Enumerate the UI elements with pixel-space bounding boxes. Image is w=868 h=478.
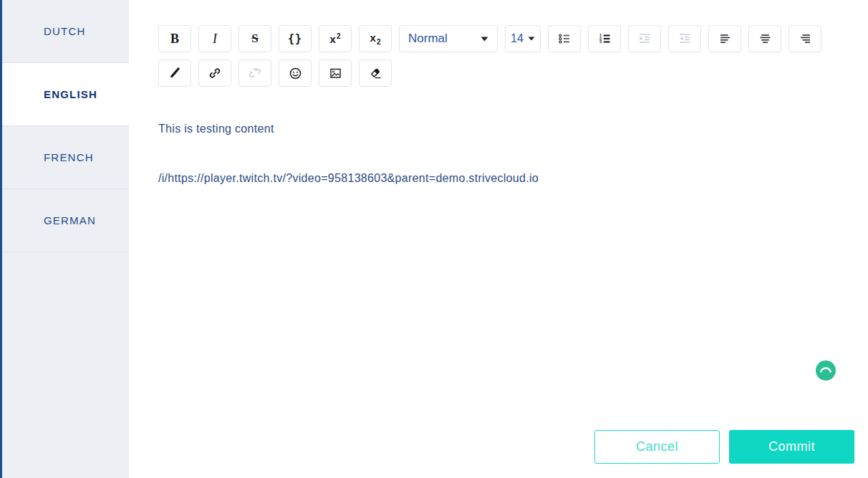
toolbar-row-2	[158, 59, 821, 87]
link-button[interactable]	[198, 59, 231, 87]
sidebar-filler	[2, 252, 129, 478]
eraser-icon	[369, 67, 382, 80]
unlink-button[interactable]	[238, 59, 271, 87]
indent-increase-button[interactable]	[628, 25, 661, 52]
align-right-button[interactable]	[789, 25, 821, 52]
sidebar-tab-french[interactable]: FRENCH	[2, 126, 129, 189]
sidebar-tab-german[interactable]: GERMAN	[2, 189, 129, 252]
caret-down-icon	[481, 37, 488, 42]
emoji-smiley-icon	[289, 67, 302, 80]
image-icon	[329, 67, 342, 80]
italic-glyph: I	[213, 32, 217, 47]
text-color-pen-button[interactable]	[158, 59, 191, 87]
commit-button[interactable]: Commit	[729, 430, 854, 464]
bold-glyph: B	[170, 32, 179, 47]
sidebar-tab-english[interactable]: ENGLISH	[2, 63, 129, 126]
unlink-icon	[249, 67, 261, 80]
editor-toolbar: B I S {} x2 x2 Normal	[158, 25, 821, 87]
superscript-button[interactable]: x2	[319, 25, 352, 52]
editor-line-3	[158, 153, 847, 170]
svg-text:3: 3	[599, 39, 602, 44]
tab-label-dutch: DUTCH	[44, 25, 86, 37]
indent-increase-icon	[638, 32, 651, 45]
tab-label-french: FRENCH	[44, 151, 94, 163]
tab-label-german: GERMAN	[44, 214, 96, 226]
format-dropdown-value: Normal	[408, 32, 448, 46]
align-center-icon	[758, 32, 772, 45]
color-pen-icon	[168, 67, 181, 80]
subscript-button[interactable]: x2	[359, 25, 392, 52]
editor-line-4: /i/https://player.twitch.tv/?video=95813…	[158, 170, 847, 186]
ordered-list-icon: 1 2 3	[598, 32, 611, 45]
link-icon	[208, 67, 221, 80]
emoji-button[interactable]	[279, 59, 312, 87]
code-glyph: {}	[288, 32, 302, 45]
indent-decrease-button[interactable]	[668, 25, 701, 52]
editor-panel: B I S {} x2 x2 Normal	[129, 0, 868, 478]
editor-line-1: This is testing content	[158, 120, 847, 137]
align-left-button[interactable]	[708, 25, 741, 52]
subscript-glyph: x2	[370, 32, 381, 46]
caret-down-icon	[528, 37, 535, 41]
font-size-dropdown[interactable]: 14	[505, 25, 541, 52]
italic-button[interactable]: I	[198, 25, 231, 52]
align-left-icon	[718, 32, 732, 45]
format-dropdown[interactable]: Normal	[399, 25, 498, 52]
strikethrough-glyph: S	[251, 32, 258, 46]
align-center-button[interactable]	[748, 25, 781, 52]
eraser-button[interactable]	[359, 59, 392, 87]
superscript-glyph: x2	[330, 32, 341, 45]
bullet-list-button[interactable]	[548, 25, 581, 52]
cancel-button[interactable]: Cancel	[594, 430, 720, 464]
footer-actions: Cancel Commit	[594, 430, 854, 464]
bullet-list-icon	[558, 32, 571, 45]
ordered-list-button[interactable]: 1 2 3	[588, 25, 621, 52]
editor-content-area[interactable]: This is testing content /i/https://playe…	[158, 120, 847, 186]
bold-button[interactable]: B	[158, 25, 191, 52]
editor-line-2	[158, 137, 847, 153]
code-block-button[interactable]: {}	[279, 25, 312, 52]
language-sidebar: DUTCH ENGLISH FRENCH GERMAN	[0, 0, 129, 478]
toolbar-row-1: B I S {} x2 x2 Normal	[158, 25, 821, 52]
loading-spinner-icon	[816, 360, 836, 381]
indent-decrease-icon	[678, 32, 691, 45]
sidebar-tab-dutch[interactable]: DUTCH	[2, 0, 129, 63]
align-right-icon	[799, 32, 812, 45]
font-size-dropdown-value: 14	[511, 32, 524, 45]
tab-label-english: ENGLISH	[44, 88, 97, 100]
image-button[interactable]	[319, 59, 352, 87]
strikethrough-button[interactable]: S	[238, 25, 271, 52]
